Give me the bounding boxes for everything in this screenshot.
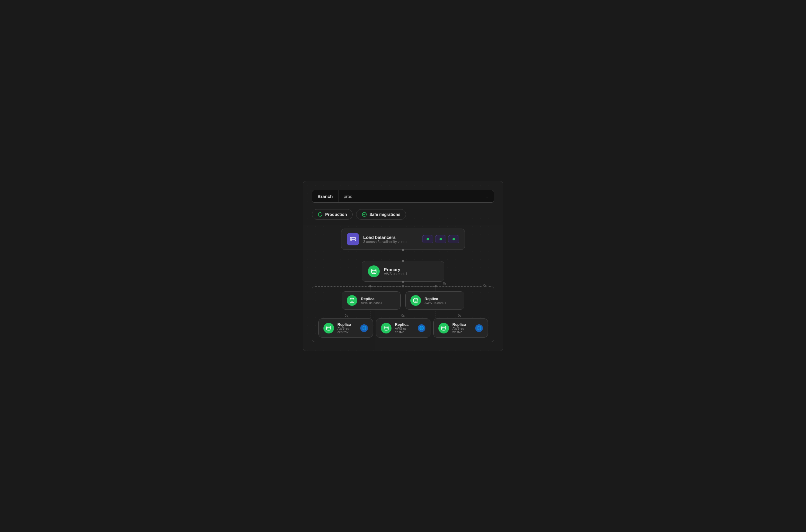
production-badge[interactable]: Production (312, 209, 353, 220)
lb-title: Load balancers (363, 235, 416, 240)
replica-l2-0-text: Replica AWS eu-central-1 (337, 322, 357, 334)
replica-l2-0-title: Replica (337, 322, 357, 327)
replica-l2-2-title: Replica (453, 322, 472, 327)
replica-l2-1-text: Replica AWS us-east-2 (395, 322, 414, 334)
time-label-l2-left: 0s (345, 314, 348, 317)
replica-l1-1-title: Replica (424, 297, 446, 301)
shield-icon (317, 212, 323, 217)
connector-lb-primary (403, 250, 403, 261)
svg-point-5 (371, 269, 376, 271)
replica-l1-1-text: Replica AWS us-east-1 (424, 297, 446, 305)
primary-node[interactable]: Primary AWS us-east-1 (362, 261, 444, 282)
connector-primary-l1 (403, 282, 403, 286)
replica-l2-2-icon (438, 323, 449, 334)
svg-point-16 (414, 299, 418, 300)
replica-l2-1-region: AWS us-east-2 (395, 327, 414, 334)
safe-migrations-label: Safe migrations (369, 212, 400, 217)
primary-text: Primary AWS us-east-1 (384, 267, 407, 276)
lb-indicators (422, 235, 459, 243)
replica-l1-0-region: AWS us-east-1 (361, 301, 383, 305)
svg-point-4 (351, 240, 352, 240)
primary-db-icon (368, 265, 380, 277)
replica-l2-1[interactable]: Replica AWS us-east-2 🌐 (376, 319, 431, 338)
lb-indicator-2 (435, 235, 446, 243)
lb-subtitle: 3 across 3 availability zones (363, 240, 416, 244)
main-container: Branch prod ⌄ Production Safe migrations (303, 181, 503, 351)
svg-point-0 (362, 212, 366, 216)
time-label-top: 0s (482, 284, 488, 287)
branch-label: Branch (312, 190, 338, 202)
replica-l2-1-title: Replica (395, 322, 414, 327)
load-balancer-text: Load balancers 3 across 3 availability z… (363, 235, 416, 244)
globe-icon-2: 🌐 (475, 324, 483, 332)
replicas-dashed-box: 0s Replica AWS us-eas (312, 286, 494, 342)
primary-title: Primary (384, 267, 407, 272)
svg-point-17 (326, 326, 330, 327)
check-circle-icon (362, 212, 367, 217)
replica-l1-1-region: AWS us-east-1 (424, 301, 446, 305)
globe-icon-0: 🌐 (360, 324, 368, 332)
replicas-l2-row: Replica AWS eu-central-1 🌐 (315, 319, 491, 338)
topology-diagram: Load balancers 3 across 3 availability z… (312, 229, 494, 342)
branch-value: prod (338, 190, 480, 202)
lb-indicator-1 (422, 235, 433, 243)
time-label-l2-right: 0s (458, 314, 461, 317)
time-label-l2-center: 0s (401, 314, 405, 317)
replica-l2-0-icon (324, 323, 334, 334)
svg-point-3 (351, 238, 352, 238)
lb-indicator-3 (448, 235, 459, 243)
replica-l2-0[interactable]: Replica AWS eu-central-1 🌐 (318, 319, 373, 338)
replica-l2-0-region: AWS eu-central-1 (337, 327, 357, 334)
replica-l2-2-text: Replica AWS eu-west-2 (453, 322, 472, 334)
branch-selector[interactable]: Branch prod ⌄ (312, 190, 494, 203)
replica-l1-1[interactable]: Replica AWS us-east-1 (405, 291, 464, 309)
globe-icon-1: 🌐 (418, 324, 425, 332)
svg-text:0s: 0s (443, 282, 447, 285)
replicas-section: 0s 0s (312, 286, 494, 342)
replica-l1-0-title: Replica (361, 297, 383, 301)
svg-point-19 (441, 326, 445, 327)
load-balancers-node[interactable]: Load balancers 3 across 3 availability z… (341, 229, 465, 250)
replica-l1-1-icon (410, 295, 421, 306)
safe-migrations-badge[interactable]: Safe migrations (356, 209, 406, 220)
svg-rect-1 (350, 238, 355, 239)
svg-point-18 (384, 326, 388, 327)
replica-l2-1-icon (381, 323, 391, 334)
chevron-down-icon: ⌄ (480, 191, 494, 202)
badge-row: Production Safe migrations (312, 209, 494, 220)
replica-l2-2[interactable]: Replica AWS eu-west-2 🌐 (433, 319, 488, 338)
replica-l1-0-icon (347, 295, 357, 306)
svg-rect-2 (350, 240, 355, 241)
replica-l1-0[interactable]: Replica AWS us-east-1 (342, 291, 401, 309)
load-balancer-icon (347, 233, 359, 245)
primary-region: AWS us-east-1 (384, 272, 407, 276)
svg-point-15 (350, 299, 354, 300)
replica-l1-0-text: Replica AWS us-east-1 (361, 297, 383, 305)
time-labels-l2: 0s 0s 0s (315, 314, 491, 317)
replica-l2-2-region: AWS eu-west-2 (453, 327, 472, 334)
production-label: Production (325, 212, 347, 217)
replicas-l1-row: Replica AWS us-east-1 (315, 291, 491, 309)
